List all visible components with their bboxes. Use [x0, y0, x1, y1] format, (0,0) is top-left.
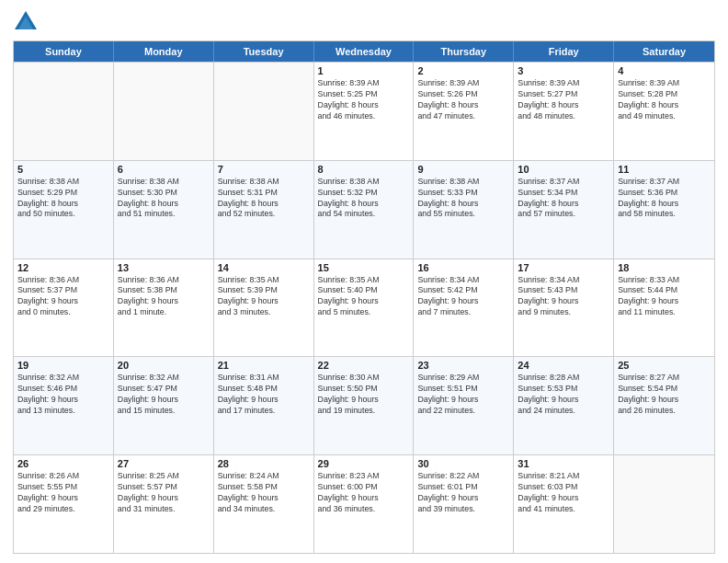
day-info: Sunrise: 8:34 AM Sunset: 5:42 PM Dayligh…	[417, 275, 509, 319]
day-number: 12	[17, 262, 109, 273]
calendar-cell: 4Sunrise: 8:39 AM Sunset: 5:28 PM Daylig…	[614, 63, 714, 160]
calendar-cell: 2Sunrise: 8:39 AM Sunset: 5:26 PM Daylig…	[414, 63, 514, 160]
calendar-cell: 19Sunrise: 8:32 AM Sunset: 5:46 PM Dayli…	[14, 357, 114, 454]
day-info: Sunrise: 8:29 AM Sunset: 5:51 PM Dayligh…	[417, 373, 509, 417]
day-info: Sunrise: 8:38 AM Sunset: 5:31 PM Dayligh…	[218, 177, 310, 221]
weekday-header: Friday	[514, 41, 614, 62]
calendar-row: 19Sunrise: 8:32 AM Sunset: 5:46 PM Dayli…	[14, 356, 714, 454]
calendar-cell: 16Sunrise: 8:34 AM Sunset: 5:42 PM Dayli…	[414, 259, 514, 357]
weekday-header: Monday	[114, 41, 214, 62]
day-number: 7	[218, 164, 310, 175]
calendar-cell: 22Sunrise: 8:30 AM Sunset: 5:50 PM Dayli…	[314, 357, 415, 454]
calendar-cell	[14, 63, 114, 160]
day-number: 13	[118, 262, 210, 273]
calendar-header: SundayMondayTuesdayWednesdayThursdayFrid…	[14, 41, 714, 62]
calendar-cell: 20Sunrise: 8:32 AM Sunset: 5:47 PM Dayli…	[114, 357, 214, 454]
day-info: Sunrise: 8:39 AM Sunset: 5:25 PM Dayligh…	[318, 78, 410, 122]
calendar-row: 5Sunrise: 8:38 AM Sunset: 5:29 PM Daylig…	[14, 160, 714, 259]
calendar-row: 1Sunrise: 8:39 AM Sunset: 5:25 PM Daylig…	[14, 62, 714, 160]
day-info: Sunrise: 8:22 AM Sunset: 6:01 PM Dayligh…	[417, 471, 509, 515]
day-info: Sunrise: 8:34 AM Sunset: 5:43 PM Dayligh…	[518, 275, 609, 319]
calendar-cell: 12Sunrise: 8:36 AM Sunset: 5:37 PM Dayli…	[14, 259, 114, 357]
calendar-cell	[114, 63, 214, 160]
calendar-cell: 17Sunrise: 8:34 AM Sunset: 5:43 PM Dayli…	[514, 259, 614, 357]
day-number: 9	[417, 164, 509, 175]
calendar-cell: 21Sunrise: 8:31 AM Sunset: 5:48 PM Dayli…	[214, 357, 314, 454]
day-info: Sunrise: 8:39 AM Sunset: 5:26 PM Dayligh…	[417, 78, 509, 122]
day-info: Sunrise: 8:36 AM Sunset: 5:37 PM Dayligh…	[17, 275, 109, 319]
calendar-cell: 29Sunrise: 8:23 AM Sunset: 6:00 PM Dayli…	[314, 455, 415, 553]
day-number: 4	[618, 65, 711, 76]
day-number: 20	[118, 360, 210, 371]
day-number: 11	[618, 164, 711, 175]
calendar-cell: 14Sunrise: 8:35 AM Sunset: 5:39 PM Dayli…	[214, 259, 314, 357]
day-number: 22	[318, 360, 410, 371]
page: SundayMondayTuesdayWednesdayThursdayFrid…	[0, 0, 728, 563]
weekday-header: Tuesday	[214, 41, 314, 62]
day-info: Sunrise: 8:39 AM Sunset: 5:27 PM Dayligh…	[518, 78, 609, 122]
day-info: Sunrise: 8:27 AM Sunset: 5:54 PM Dayligh…	[618, 373, 711, 417]
calendar-row: 26Sunrise: 8:26 AM Sunset: 5:55 PM Dayli…	[14, 454, 714, 553]
day-number: 28	[218, 458, 310, 469]
day-info: Sunrise: 8:32 AM Sunset: 5:47 PM Dayligh…	[118, 373, 210, 417]
calendar-cell: 26Sunrise: 8:26 AM Sunset: 5:55 PM Dayli…	[14, 455, 114, 553]
day-info: Sunrise: 8:23 AM Sunset: 6:00 PM Dayligh…	[318, 471, 410, 515]
logo	[13, 9, 42, 35]
calendar-row: 12Sunrise: 8:36 AM Sunset: 5:37 PM Dayli…	[14, 259, 714, 357]
day-number: 24	[518, 360, 609, 371]
day-info: Sunrise: 8:24 AM Sunset: 5:58 PM Dayligh…	[218, 471, 310, 515]
calendar-cell	[614, 455, 714, 553]
calendar-cell: 15Sunrise: 8:35 AM Sunset: 5:40 PM Dayli…	[314, 259, 415, 357]
calendar-cell: 5Sunrise: 8:38 AM Sunset: 5:29 PM Daylig…	[14, 161, 114, 259]
day-info: Sunrise: 8:38 AM Sunset: 5:32 PM Dayligh…	[318, 177, 410, 221]
calendar-cell: 28Sunrise: 8:24 AM Sunset: 5:58 PM Dayli…	[214, 455, 314, 553]
calendar: SundayMondayTuesdayWednesdayThursdayFrid…	[13, 40, 715, 554]
day-info: Sunrise: 8:38 AM Sunset: 5:33 PM Dayligh…	[417, 177, 509, 221]
day-number: 21	[218, 360, 310, 371]
day-info: Sunrise: 8:39 AM Sunset: 5:28 PM Dayligh…	[618, 78, 711, 122]
day-number: 31	[518, 458, 609, 469]
calendar-cell: 23Sunrise: 8:29 AM Sunset: 5:51 PM Dayli…	[414, 357, 514, 454]
weekday-header: Thursday	[414, 41, 514, 62]
day-number: 16	[417, 262, 509, 273]
day-info: Sunrise: 8:33 AM Sunset: 5:44 PM Dayligh…	[618, 275, 711, 319]
calendar-cell: 9Sunrise: 8:38 AM Sunset: 5:33 PM Daylig…	[414, 161, 514, 259]
calendar-cell: 27Sunrise: 8:25 AM Sunset: 5:57 PM Dayli…	[114, 455, 214, 553]
calendar-cell: 7Sunrise: 8:38 AM Sunset: 5:31 PM Daylig…	[214, 161, 314, 259]
calendar-cell: 11Sunrise: 8:37 AM Sunset: 5:36 PM Dayli…	[614, 161, 714, 259]
day-number: 23	[417, 360, 509, 371]
day-info: Sunrise: 8:21 AM Sunset: 6:03 PM Dayligh…	[518, 471, 609, 515]
calendar-body: 1Sunrise: 8:39 AM Sunset: 5:25 PM Daylig…	[14, 62, 714, 553]
day-info: Sunrise: 8:35 AM Sunset: 5:39 PM Dayligh…	[218, 275, 310, 319]
day-info: Sunrise: 8:30 AM Sunset: 5:50 PM Dayligh…	[318, 373, 410, 417]
day-number: 26	[17, 458, 109, 469]
day-info: Sunrise: 8:32 AM Sunset: 5:46 PM Dayligh…	[17, 373, 109, 417]
calendar-cell: 3Sunrise: 8:39 AM Sunset: 5:27 PM Daylig…	[514, 63, 614, 160]
calendar-cell: 25Sunrise: 8:27 AM Sunset: 5:54 PM Dayli…	[614, 357, 714, 454]
day-number: 29	[318, 458, 410, 469]
day-info: Sunrise: 8:37 AM Sunset: 5:36 PM Dayligh…	[618, 177, 711, 221]
header	[13, 9, 715, 35]
day-number: 25	[618, 360, 711, 371]
day-number: 19	[17, 360, 109, 371]
calendar-cell: 13Sunrise: 8:36 AM Sunset: 5:38 PM Dayli…	[114, 259, 214, 357]
day-number: 5	[17, 164, 109, 175]
day-info: Sunrise: 8:36 AM Sunset: 5:38 PM Dayligh…	[118, 275, 210, 319]
calendar-cell	[214, 63, 314, 160]
day-info: Sunrise: 8:37 AM Sunset: 5:34 PM Dayligh…	[518, 177, 609, 221]
day-number: 6	[118, 164, 210, 175]
day-number: 15	[318, 262, 410, 273]
weekday-header: Wednesday	[314, 41, 415, 62]
day-number: 3	[518, 65, 609, 76]
calendar-cell: 10Sunrise: 8:37 AM Sunset: 5:34 PM Dayli…	[514, 161, 614, 259]
calendar-cell: 24Sunrise: 8:28 AM Sunset: 5:53 PM Dayli…	[514, 357, 614, 454]
day-info: Sunrise: 8:28 AM Sunset: 5:53 PM Dayligh…	[518, 373, 609, 417]
day-info: Sunrise: 8:25 AM Sunset: 5:57 PM Dayligh…	[118, 471, 210, 515]
calendar-cell: 30Sunrise: 8:22 AM Sunset: 6:01 PM Dayli…	[414, 455, 514, 553]
day-info: Sunrise: 8:38 AM Sunset: 5:30 PM Dayligh…	[118, 177, 210, 221]
day-number: 17	[518, 262, 609, 273]
weekday-header: Saturday	[614, 41, 714, 62]
day-number: 2	[417, 65, 509, 76]
calendar-cell: 1Sunrise: 8:39 AM Sunset: 5:25 PM Daylig…	[314, 63, 415, 160]
day-info: Sunrise: 8:35 AM Sunset: 5:40 PM Dayligh…	[318, 275, 410, 319]
